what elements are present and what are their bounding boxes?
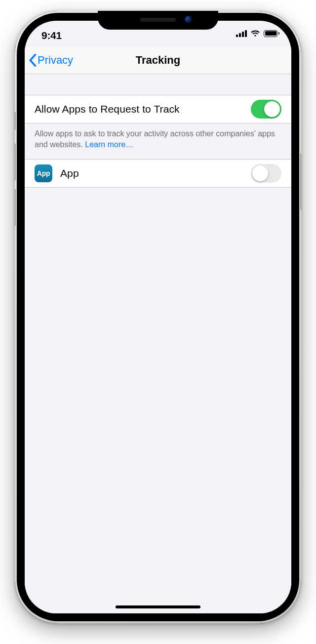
silence-switch xyxy=(13,112,16,130)
front-camera xyxy=(185,16,193,24)
battery-icon xyxy=(264,30,279,37)
speaker-grille xyxy=(140,18,176,22)
cellular-icon xyxy=(236,30,247,37)
phone-frame: 9:41 Tracking Privacy Allow A xyxy=(15,11,301,623)
app-tracking-toggle[interactable] xyxy=(251,164,281,183)
app-name-label: App xyxy=(60,167,251,179)
app-tracking-row: App App xyxy=(25,159,291,188)
power-button xyxy=(300,153,303,210)
volume-down-button xyxy=(13,189,16,226)
navigation-bar: Tracking Privacy xyxy=(25,46,291,74)
volume-up-button xyxy=(13,143,16,181)
content-area: Allow Apps to Request to Track Allow app… xyxy=(25,74,291,613)
back-button[interactable]: Privacy xyxy=(29,46,73,74)
allow-apps-request-track-row: Allow Apps to Request to Track xyxy=(25,95,291,123)
home-indicator[interactable] xyxy=(116,605,200,608)
notch xyxy=(98,11,218,30)
chevron-left-icon xyxy=(29,54,37,67)
status-time: 9:41 xyxy=(41,30,62,41)
screen: 9:41 Tracking Privacy Allow A xyxy=(25,21,291,613)
wifi-icon xyxy=(250,30,260,37)
section-footer: Allow apps to ask to track your activity… xyxy=(25,123,291,159)
app-icon: App xyxy=(35,164,52,182)
learn-more-link[interactable]: Learn more… xyxy=(85,140,133,149)
footer-text: Allow apps to ask to track your activity… xyxy=(35,129,275,149)
back-label: Privacy xyxy=(38,54,73,67)
allow-apps-request-track-toggle[interactable] xyxy=(251,100,281,119)
allow-apps-request-track-label: Allow Apps to Request to Track xyxy=(35,103,251,115)
